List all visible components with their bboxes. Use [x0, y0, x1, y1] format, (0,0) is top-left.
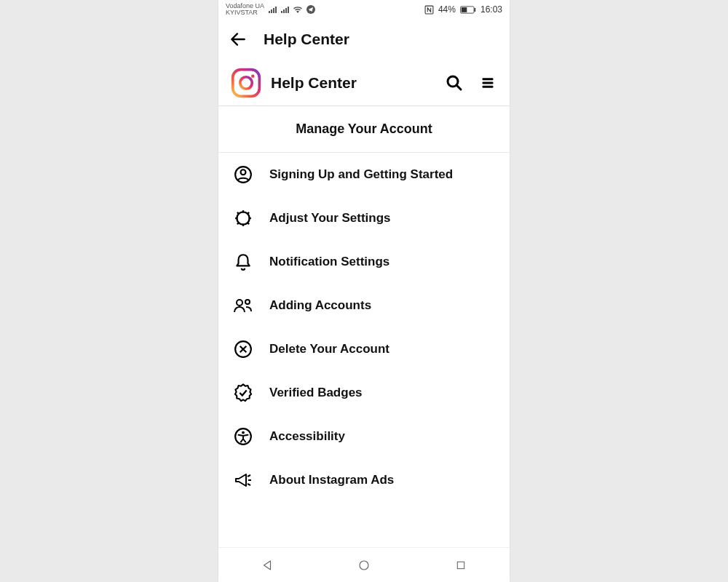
phone-frame: Vodafone UA KYIVSTAR 44% [218, 0, 510, 582]
svg-point-30 [242, 431, 245, 434]
svg-rect-3 [462, 7, 467, 12]
menu-item-label: Delete Your Account [269, 342, 389, 356]
search-button[interactable] [446, 74, 463, 92]
menu-item-label: Verified Badges [269, 386, 363, 400]
svg-point-34 [360, 561, 368, 570]
nav-back-button[interactable] [259, 557, 275, 573]
x-circle-icon [233, 339, 253, 359]
menu-item-label: Adding Accounts [269, 298, 371, 313]
help-center-title: Help Center [271, 74, 446, 92]
svg-point-24 [237, 300, 242, 306]
menu-item-about-ads[interactable]: About Instagram Ads [218, 458, 510, 502]
svg-rect-11 [483, 81, 494, 84]
svg-point-6 [240, 76, 253, 89]
svg-rect-5 [233, 69, 260, 96]
svg-line-9 [456, 85, 461, 89]
menu-list: Signing Up and Getting Started Adjust Yo… [218, 153, 510, 547]
svg-point-25 [245, 300, 250, 304]
signal-icon-2 [281, 6, 289, 13]
search-icon [446, 74, 463, 92]
android-nav-bar [218, 547, 510, 582]
menu-item-label: About Instagram Ads [269, 473, 394, 487]
menu-item-label: Adjust Your Settings [269, 211, 391, 226]
menu-item-verified-badges[interactable]: Verified Badges [218, 371, 510, 415]
telegram-icon [306, 5, 315, 14]
status-right: 44% 16:03 [424, 4, 502, 15]
triangle-back-icon [261, 559, 274, 572]
battery-icon [460, 6, 476, 14]
svg-line-21 [248, 223, 249, 224]
carrier-2: KYIVSTAR [226, 9, 264, 16]
wifi-icon [293, 6, 302, 13]
accessibility-icon [233, 426, 253, 447]
svg-line-32 [248, 475, 250, 477]
menu-item-accessibility[interactable]: Accessibility [218, 415, 510, 458]
status-left: Vodafone UA KYIVSTAR [226, 3, 315, 16]
svg-rect-10 [483, 78, 494, 80]
menu-item-signing-up[interactable]: Signing Up and Getting Started [218, 153, 510, 196]
signal-icon-1 [269, 6, 277, 13]
svg-line-22 [237, 223, 239, 224]
people-icon [233, 295, 253, 316]
clock: 16:03 [480, 4, 502, 15]
menu-item-delete-account[interactable]: Delete Your Account [218, 327, 510, 371]
status-bar: Vodafone UA KYIVSTAR 44% [218, 0, 510, 19]
help-center-bar: Help Center [218, 60, 510, 106]
svg-rect-4 [474, 7, 475, 11]
svg-line-33 [248, 484, 250, 485]
svg-point-7 [251, 74, 255, 78]
nav-recent-button[interactable] [453, 557, 469, 573]
hamburger-icon [480, 76, 495, 90]
instagram-logo-icon [230, 67, 262, 99]
menu-item-label: Signing Up and Getting Started [269, 167, 453, 182]
back-button[interactable] [229, 30, 248, 49]
app-header: Help Center [218, 19, 510, 60]
hc-actions [446, 74, 495, 92]
carrier-labels: Vodafone UA KYIVSTAR [226, 3, 264, 16]
nfc-icon [424, 5, 434, 15]
app-header-title: Help Center [264, 31, 349, 48]
menu-item-notification-settings[interactable]: Notification Settings [218, 240, 510, 284]
circle-home-icon [357, 559, 371, 572]
svg-rect-12 [483, 85, 494, 87]
menu-item-adding-accounts[interactable]: Adding Accounts [218, 284, 510, 327]
menu-button[interactable] [480, 76, 495, 90]
menu-item-label: Accessibility [269, 429, 345, 444]
section-header: Manage Your Account [218, 106, 510, 153]
svg-line-23 [248, 212, 249, 214]
megaphone-icon [233, 470, 253, 490]
battery-percent: 44% [438, 4, 456, 15]
nav-home-button[interactable] [356, 557, 372, 573]
svg-point-14 [241, 170, 246, 175]
svg-rect-35 [458, 562, 464, 568]
gear-icon [233, 208, 253, 228]
person-circle-icon [233, 164, 253, 185]
bell-icon [233, 252, 253, 272]
svg-line-20 [237, 212, 239, 214]
square-recent-icon [455, 559, 467, 571]
menu-item-label: Notification Settings [269, 255, 389, 269]
menu-item-adjust-settings[interactable]: Adjust Your Settings [218, 196, 510, 240]
badge-check-icon [233, 383, 253, 403]
back-arrow-icon [229, 30, 248, 49]
